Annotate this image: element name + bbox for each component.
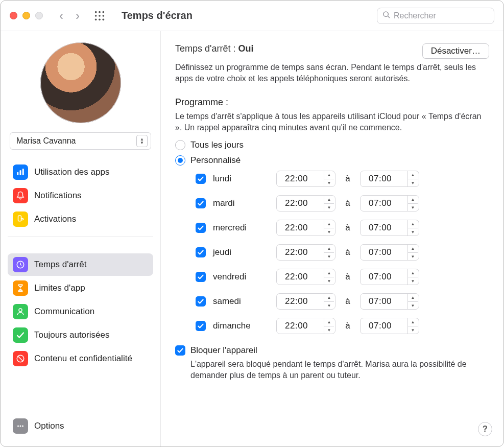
stepper-icon[interactable]: ▲▼ (407, 245, 418, 260)
block-device-checkbox[interactable] (175, 345, 185, 356)
stepper-icon[interactable]: ▲▼ (407, 220, 418, 236)
radio-custom-row[interactable]: Personnalisé (175, 155, 489, 166)
day-checkbox-mardi[interactable] (196, 198, 206, 208)
time-from-samedi[interactable]: 22:00▲▼ (276, 293, 335, 310)
time-to-lundi[interactable]: 07:00▲▼ (360, 171, 419, 187)
day-checkbox-mercredi[interactable] (196, 223, 206, 233)
to-label: à (343, 223, 353, 233)
block-device-row[interactable]: Bloquer l'appareil (175, 345, 489, 356)
time-from-lundi[interactable]: 22:00▲▼ (276, 171, 335, 187)
pickup-icon (13, 211, 28, 227)
schedule-list: lundi22:00▲▼à07:00▲▼mardi22:00▲▼à07:00▲▼… (196, 171, 489, 334)
search-field[interactable] (377, 8, 494, 24)
back-button[interactable]: ‹ (59, 9, 63, 23)
time-value: 07:00 (369, 321, 392, 331)
avatar (40, 42, 121, 123)
stepper-icon[interactable]: ▲▼ (407, 318, 418, 334)
program-description: Le temps d'arrêt s'applique à tous les a… (175, 111, 489, 133)
radio-custom[interactable] (175, 155, 185, 166)
sidebar-item-applimits[interactable]: Limites d'app (8, 277, 153, 299)
time-from-jeudi[interactable]: 22:00▲▼ (276, 244, 335, 261)
day-row-dimanche: dimanche22:00▲▼à07:00▲▼ (196, 318, 489, 334)
zoom-window-button[interactable] (35, 12, 43, 19)
user-popup[interactable]: Marisa Cavanna ▲▼ (10, 132, 151, 150)
stepper-icon[interactable]: ▲▼ (407, 171, 418, 186)
check-icon (13, 327, 28, 343)
sidebar-item-notifications[interactable]: Notifications (8, 184, 153, 207)
svg-point-6 (95, 18, 97, 20)
sidebar-item-label: Communication (34, 307, 94, 317)
sidebar-item-communication[interactable]: Communication (8, 300, 153, 323)
day-label: mardi (213, 198, 269, 208)
time-from-mardi[interactable]: 22:00▲▼ (276, 195, 335, 211)
stepper-icon[interactable]: ▲▼ (324, 196, 334, 211)
day-label: samedi (213, 296, 269, 307)
stepper-icon[interactable]: ▲▼ (407, 269, 418, 285)
day-label: lundi (213, 174, 269, 184)
sidebar-item-downtime[interactable]: Temps d'arrêt (8, 253, 153, 276)
time-value: 22:00 (285, 198, 308, 208)
stepper-icon[interactable]: ▲▼ (324, 269, 334, 285)
content: Temps d'arrêt : Oui Désactiver… Définiss… (161, 31, 503, 446)
search-input[interactable] (394, 11, 489, 20)
show-all-prefs-button[interactable] (94, 10, 105, 21)
time-value: 22:00 (285, 321, 308, 331)
sidebar-item-content[interactable]: Contenu et confidentialité (8, 347, 153, 370)
sidebar-item-label: Notifications (34, 191, 82, 201)
radio-everyday-row[interactable]: Tous les jours (175, 140, 489, 150)
radio-custom-label: Personnalisé (190, 155, 241, 166)
day-row-samedi: samedi22:00▲▼à07:00▲▼ (196, 293, 489, 310)
day-checkbox-samedi[interactable] (196, 296, 206, 307)
to-label: à (343, 296, 353, 307)
block-device-label: Bloquer l'appareil (190, 345, 257, 356)
stepper-icon[interactable]: ▲▼ (324, 294, 334, 309)
time-to-jeudi[interactable]: 07:00▲▼ (360, 244, 419, 261)
help-button[interactable]: ? (478, 422, 492, 436)
sidebar-separator (8, 237, 153, 237)
user-name: Marisa Cavanna (16, 136, 76, 146)
time-to-vendredi[interactable]: 07:00▲▼ (360, 269, 419, 285)
svg-point-19 (17, 426, 19, 427)
stepper-icon[interactable]: ▲▼ (324, 245, 334, 260)
chevron-up-down-icon: ▲▼ (136, 135, 148, 147)
stepper-icon[interactable]: ▲▼ (407, 196, 418, 211)
day-checkbox-lundi[interactable] (196, 174, 206, 184)
forward-button[interactable]: › (76, 9, 80, 23)
stepper-icon[interactable]: ▲▼ (324, 318, 334, 334)
time-to-mardi[interactable]: 07:00▲▼ (360, 195, 419, 211)
time-from-dimanche[interactable]: 22:00▲▼ (276, 318, 335, 334)
day-checkbox-jeudi[interactable] (196, 247, 206, 257)
deactivate-button[interactable]: Désactiver… (422, 43, 489, 59)
time-to-dimanche[interactable]: 07:00▲▼ (360, 318, 419, 334)
radio-everyday[interactable] (175, 140, 185, 150)
time-from-mercredi[interactable]: 22:00▲▼ (276, 220, 335, 236)
time-value: 22:00 (285, 174, 308, 184)
time-from-vendredi[interactable]: 22:00▲▼ (276, 269, 335, 285)
downtime-status: Temps d'arrêt : Oui (175, 43, 254, 54)
svg-point-0 (95, 11, 97, 13)
svg-point-2 (103, 11, 105, 13)
day-checkbox-vendredi[interactable] (196, 272, 206, 282)
svg-rect-11 (17, 172, 18, 175)
search-icon (382, 11, 391, 21)
program-heading: Programme : (175, 97, 489, 108)
time-to-mercredi[interactable]: 07:00▲▼ (360, 220, 419, 236)
sidebar-item-label: Activations (34, 214, 76, 224)
stepper-icon[interactable]: ▲▼ (324, 171, 334, 186)
day-row-lundi: lundi22:00▲▼à07:00▲▼ (196, 171, 489, 187)
time-to-samedi[interactable]: 07:00▲▼ (360, 293, 419, 310)
sidebar-item-activations[interactable]: Activations (8, 208, 153, 230)
to-label: à (343, 174, 353, 184)
day-row-vendredi: vendredi22:00▲▼à07:00▲▼ (196, 269, 489, 285)
close-window-button[interactable] (10, 12, 17, 19)
sidebar-item-undefined[interactable]: Options (8, 415, 153, 437)
minimize-window-button[interactable] (22, 12, 30, 19)
svg-line-18 (18, 356, 23, 362)
sidebar-item-label: Toujours autorisées (34, 330, 109, 340)
sidebar-item-usage[interactable]: Utilisation des apps (8, 161, 153, 183)
day-checkbox-dimanche[interactable] (196, 321, 206, 331)
stepper-icon[interactable]: ▲▼ (407, 294, 418, 309)
svg-point-1 (99, 11, 101, 13)
stepper-icon[interactable]: ▲▼ (324, 220, 334, 236)
sidebar-item-allowed[interactable]: Toujours autorisées (8, 324, 153, 346)
